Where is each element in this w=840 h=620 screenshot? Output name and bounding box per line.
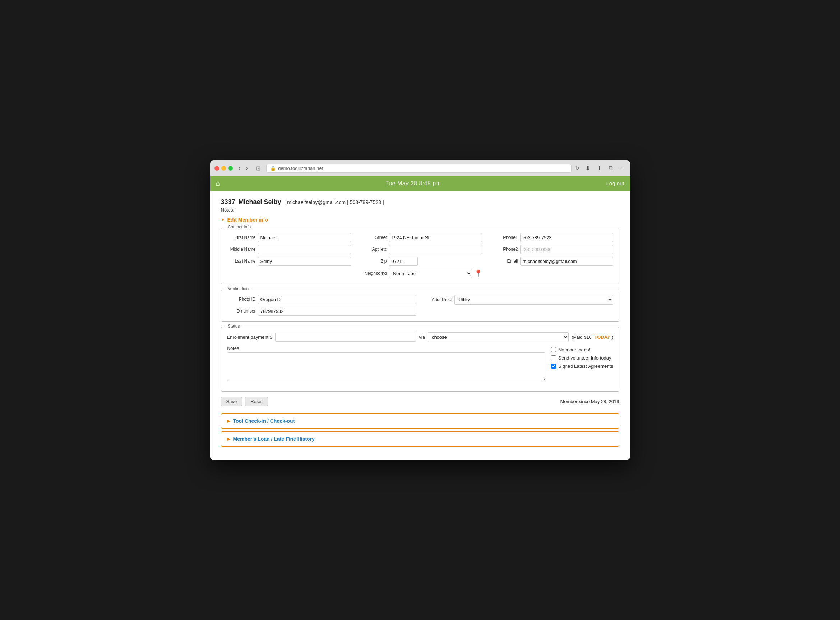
photo-id-input[interactable] [258,295,417,304]
phone1-input[interactable] [520,233,613,242]
browser-window: ‹ › ⊡ 🔒 demo.toollibrarian.net ↻ ⬇ ⬆ ⧉ +… [210,160,630,460]
edit-toggle-arrow: ▼ [221,217,225,222]
status-section: Status Enrollment payment $ via choose C… [221,327,619,391]
neighborhood-row: Neighborhd North Tabor 📍 [358,269,482,278]
signed-agreements-item[interactable]: Signed Latest Agreements [551,364,613,369]
notes-area-row: Notes No more loans! Send volunteer info… [227,346,613,382]
apt-label: Apt, etc [358,247,387,252]
names-column: First Name Middle Name Last Name [227,233,351,278]
download-button[interactable]: ⬇ [583,164,592,172]
street-label: Street [358,235,387,240]
send-volunteer-item[interactable]: Send volunteer info today [551,355,613,361]
paid-today-text: TODAY [594,334,610,340]
zip-row: Zip [358,257,482,266]
first-name-row: First Name [227,233,351,242]
status-legend: Status [226,324,242,329]
nav-buttons: ‹ › [236,164,250,172]
verification-right: Addr Proof Utility Bank Statement Other [424,295,613,316]
sidebar-button[interactable]: ⊡ [254,164,263,172]
loan-history-title: Member's Loan / Late Fine History [233,436,315,442]
fullscreen-button[interactable] [228,166,233,171]
phone2-input[interactable] [520,245,613,254]
forward-button[interactable]: › [244,164,250,172]
datetime-display: Tue May 28 8:45 pm [385,180,441,187]
signed-agreements-label: Signed Latest Agreements [558,364,613,369]
apt-row: Apt, etc [358,245,482,254]
traffic-lights [214,166,233,171]
middle-name-label: Middle Name [227,247,256,252]
no-more-loans-checkbox[interactable] [551,347,556,352]
addr-proof-row: Addr Proof Utility Bank Statement Other [424,295,613,305]
member-title: 3337 Michael Selby [ michaelfselby@gmail… [221,198,619,206]
address-column: Street Apt, etc Zip Neighborhd N [358,233,482,278]
refresh-button[interactable]: ↻ [575,165,580,171]
neighborhood-select[interactable]: North Tabor [389,269,472,278]
zip-label: Zip [358,259,387,264]
first-name-input[interactable] [258,233,351,242]
tool-checkin-header[interactable]: ▶ Tool Check-in / Check-out [221,414,619,428]
send-volunteer-checkbox[interactable] [551,355,556,360]
loan-history-arrow: ▶ [227,436,230,441]
street-row: Street [358,233,482,242]
url-text: demo.toollibrarian.net [278,166,323,171]
enrollment-input[interactable] [275,333,416,342]
member-id-name: 3337 Michael Selby [221,198,283,205]
signed-agreements-checkbox[interactable] [551,364,556,369]
phone1-row: Phone1 [489,233,613,242]
browser-chrome: ‹ › ⊡ 🔒 demo.toollibrarian.net ↻ ⬇ ⬆ ⧉ + [210,160,630,176]
neighborhood-label: Neighborhd [358,271,387,276]
app-header: ⌂ Tue May 28 8:45 pm Log out [210,176,630,191]
edit-member-toggle[interactable]: ▼ Edit Member info [221,217,619,223]
apt-input[interactable] [389,245,482,254]
last-name-label: Last Name [227,259,256,264]
tabs-button[interactable]: ⧉ [607,164,615,172]
enrollment-row: Enrollment payment $ via choose Cash Che… [227,332,613,342]
reset-button[interactable]: Reset [245,397,268,406]
id-number-label: ID number [227,308,256,314]
id-number-input[interactable] [258,307,417,316]
notes-textarea[interactable] [227,352,546,381]
paid-text: (Paid $10 TODAY ) [572,334,613,340]
member-phone: 503-789-7523 [350,199,381,205]
phone2-row: Phone2 [489,245,613,254]
member-id: 3337 [221,198,235,205]
street-input[interactable] [389,233,482,242]
middle-name-input[interactable] [258,245,351,254]
email-label: Email [489,259,518,264]
tool-checkin-arrow: ▶ [227,418,230,423]
last-name-row: Last Name [227,257,351,266]
back-button[interactable]: ‹ [236,164,242,172]
verification-left: Photo ID ID number [227,295,417,316]
contact-info-section: Contact Info First Name Middle Name Last… [221,228,619,284]
last-name-input[interactable] [258,257,351,266]
contact-column: Phone1 Phone2 Email [489,233,613,278]
loan-history-section: ▶ Member's Loan / Late Fine History [221,432,619,447]
loan-history-header[interactable]: ▶ Member's Loan / Late Fine History [221,432,619,446]
home-icon[interactable]: ⌂ [216,179,220,188]
member-name-text: Michael Selby [239,198,282,205]
logout-button[interactable]: Log out [606,180,624,187]
minimize-button[interactable] [221,166,226,171]
no-more-loans-label: No more loans! [558,347,590,352]
share-button[interactable]: ⬆ [595,164,604,172]
map-pin-icon: 📍 [474,269,482,277]
email-input[interactable] [520,257,613,266]
save-button[interactable]: Save [221,397,242,406]
via-select[interactable]: choose Cash Check Card [428,332,569,342]
member-header: 3337 Michael Selby [ michaelfselby@gmail… [221,198,619,206]
new-tab-button[interactable]: + [618,164,626,172]
no-more-loans-item[interactable]: No more loans! [551,347,613,352]
contact-info-legend: Contact Info [226,224,253,230]
notes-label: Notes [227,346,546,351]
first-name-label: First Name [227,235,256,240]
edit-toggle-label: Edit Member info [227,217,268,223]
zip-input[interactable] [389,257,418,266]
paid-suffix: ) [611,334,613,340]
collapsible-sections: ▶ Tool Check-in / Check-out ▶ Member's L… [221,414,619,447]
addr-proof-select[interactable]: Utility Bank Statement Other [455,295,613,305]
notes-col: Notes [227,346,546,382]
close-button[interactable] [214,166,219,171]
send-volunteer-label: Send volunteer info today [558,355,611,361]
browser-actions: ⬇ ⬆ ⧉ + [583,164,626,172]
middle-name-row: Middle Name [227,245,351,254]
